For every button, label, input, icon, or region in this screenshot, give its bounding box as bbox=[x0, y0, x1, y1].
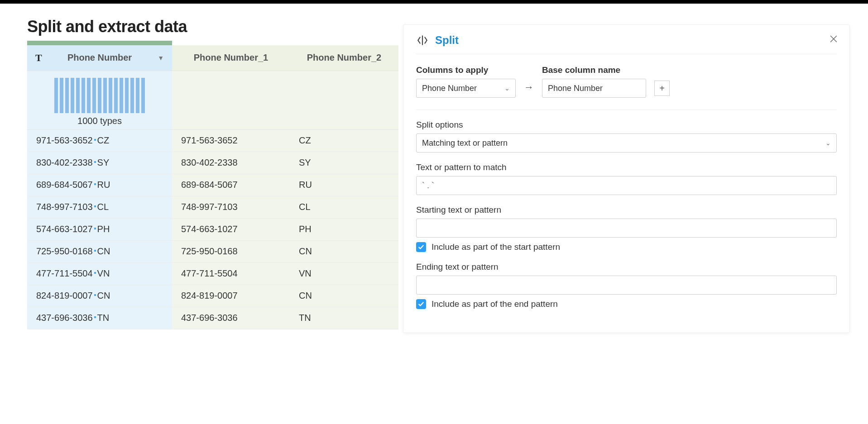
select-value: Phone Number bbox=[422, 84, 477, 93]
top-black-bar bbox=[0, 0, 868, 4]
chevron-down-icon: ⌄ bbox=[825, 139, 831, 147]
column-profile-row: 1000 types bbox=[27, 71, 398, 129]
chevron-down-icon: ⌄ bbox=[504, 85, 510, 92]
table-row: 725-950-0168CN 725-950-0168 CN bbox=[27, 240, 398, 262]
cell-split-cc[interactable]: TN bbox=[290, 307, 398, 329]
page-title: Split and extract data bbox=[27, 17, 398, 36]
cell-original[interactable]: 971-563-3652CZ bbox=[27, 129, 172, 152]
include-start-label: Include as part of the start pattern bbox=[432, 242, 560, 252]
cell-original[interactable]: 477-711-5504VN bbox=[27, 262, 172, 285]
table-row: 830-402-2338SY 830-402-2338 SY bbox=[27, 152, 398, 174]
split-delimiter-icon bbox=[94, 161, 96, 163]
cell-split-cc[interactable]: CL bbox=[290, 196, 398, 218]
column-profile-cell-empty bbox=[172, 71, 290, 129]
cell-cc: SY bbox=[97, 157, 110, 168]
cell-phone: 824-819-0007 bbox=[36, 291, 93, 301]
include-start-checkbox[interactable] bbox=[416, 242, 426, 252]
split-config-panel: Split Columns to apply Phone Number ⌄ → … bbox=[403, 24, 850, 333]
table-row: 437-696-3036TN 437-696-3036 TN bbox=[27, 307, 398, 329]
text-pattern-label: Text or pattern to match bbox=[416, 162, 837, 172]
input-value: ` . ` bbox=[422, 181, 434, 191]
cell-split-phone[interactable]: 477-711-5504 bbox=[172, 262, 290, 285]
column-header-phone-number[interactable]: T Phone Number ▼ bbox=[27, 45, 172, 71]
cell-split-phone[interactable]: 437-696-3036 bbox=[172, 307, 290, 329]
table-row: 689-684-5067RU 689-684-5067 RU bbox=[27, 174, 398, 196]
divider bbox=[416, 110, 837, 110]
columns-to-apply-select[interactable]: Phone Number ⌄ bbox=[416, 79, 516, 98]
text-pattern-input[interactable]: ` . ` bbox=[416, 176, 837, 195]
cell-cc: VN bbox=[97, 268, 110, 279]
chevron-down-icon[interactable]: ▼ bbox=[158, 54, 164, 62]
cell-split-cc[interactable]: CN bbox=[290, 285, 398, 307]
cell-split-cc[interactable]: PH bbox=[290, 218, 398, 240]
data-table: T Phone Number ▼ Phone Number_1 Phone Nu… bbox=[27, 45, 398, 329]
cell-split-phone[interactable]: 830-402-2338 bbox=[172, 152, 290, 174]
column-profile-cell-empty bbox=[290, 71, 398, 129]
split-options-label: Split options bbox=[416, 120, 837, 130]
arrow-right-icon: → bbox=[524, 81, 534, 98]
split-icon bbox=[416, 34, 429, 47]
cell-split-phone[interactable]: 689-684-5067 bbox=[172, 174, 290, 196]
cell-phone: 477-711-5504 bbox=[36, 268, 93, 279]
cell-cc: TN bbox=[97, 313, 110, 323]
split-delimiter-icon bbox=[94, 139, 96, 141]
selected-column-accent bbox=[27, 41, 172, 45]
cell-cc: CN bbox=[97, 291, 110, 301]
add-column-button[interactable]: + bbox=[654, 81, 670, 96]
cell-split-cc[interactable]: RU bbox=[290, 174, 398, 196]
columns-to-apply-label: Columns to apply bbox=[416, 65, 516, 75]
ending-text-input[interactable] bbox=[416, 276, 837, 295]
cell-original[interactable]: 824-819-0007CN bbox=[27, 285, 172, 307]
cell-cc: RU bbox=[97, 180, 110, 190]
split-delimiter-icon bbox=[94, 316, 96, 318]
cell-split-cc[interactable]: SY bbox=[290, 152, 398, 174]
cell-original[interactable]: 830-402-2338SY bbox=[27, 152, 172, 174]
split-options-select[interactable]: Matching text or pattern ⌄ bbox=[416, 133, 837, 152]
include-end-label: Include as part of the end pattern bbox=[432, 299, 558, 309]
cell-split-phone[interactable]: 824-819-0007 bbox=[172, 285, 290, 307]
column-profile-cell: 1000 types bbox=[27, 71, 172, 129]
cell-split-cc[interactable]: CZ bbox=[290, 129, 398, 152]
split-delimiter-icon bbox=[94, 294, 96, 296]
cell-original[interactable]: 748-997-7103CL bbox=[27, 196, 172, 218]
starting-text-label: Starting text or pattern bbox=[416, 205, 837, 215]
cell-cc: CL bbox=[97, 202, 109, 212]
close-button[interactable] bbox=[829, 34, 839, 45]
split-delimiter-icon bbox=[94, 228, 96, 229]
select-value: Matching text or pattern bbox=[422, 138, 508, 148]
column-header-phone-number-1[interactable]: Phone Number_1 bbox=[172, 45, 290, 71]
base-column-name-input[interactable]: Phone Number bbox=[542, 79, 646, 98]
cell-split-phone[interactable]: 574-663-1027 bbox=[172, 218, 290, 240]
cell-split-phone[interactable]: 971-563-3652 bbox=[172, 129, 290, 152]
base-column-name-label: Base column name bbox=[542, 65, 646, 75]
panel-header: Split bbox=[416, 34, 837, 54]
column-header-label: Phone Number_2 bbox=[307, 52, 381, 62]
cell-split-phone[interactable]: 748-997-7103 bbox=[172, 196, 290, 218]
column-header-label: Phone Number bbox=[67, 52, 132, 62]
cell-original[interactable]: 574-663-1027PH bbox=[27, 218, 172, 240]
cell-phone: 830-402-2338 bbox=[36, 157, 93, 168]
left-panel: Split and extract data T Phone Number ▼ … bbox=[27, 17, 398, 329]
cell-phone: 725-950-0168 bbox=[36, 246, 93, 257]
include-end-checkbox[interactable] bbox=[416, 299, 426, 309]
cell-phone: 971-563-3652 bbox=[36, 135, 93, 146]
cell-original[interactable]: 689-684-5067RU bbox=[27, 174, 172, 196]
cell-split-cc[interactable]: VN bbox=[290, 262, 398, 285]
table-row: 477-711-5504VN 477-711-5504 VN bbox=[27, 262, 398, 285]
starting-text-input[interactable] bbox=[416, 219, 837, 238]
column-header-label: Phone Number_1 bbox=[194, 52, 268, 62]
cell-cc: CZ bbox=[97, 135, 110, 146]
column-header-phone-number-2[interactable]: Phone Number_2 bbox=[290, 45, 398, 71]
cell-phone: 574-663-1027 bbox=[36, 224, 93, 234]
cell-phone: 437-696-3036 bbox=[36, 313, 93, 323]
cell-original[interactable]: 437-696-3036TN bbox=[27, 307, 172, 329]
ending-text-label: Ending text or pattern bbox=[416, 262, 837, 272]
cell-split-cc[interactable]: CN bbox=[290, 240, 398, 262]
cell-original[interactable]: 725-950-0168CN bbox=[27, 240, 172, 262]
distribution-bars-icon bbox=[27, 78, 172, 113]
table-row: 971-563-3652CZ 971-563-3652 CZ bbox=[27, 129, 398, 152]
table-row: 824-819-0007CN 824-819-0007 CN bbox=[27, 285, 398, 307]
panel-title: Split bbox=[435, 34, 459, 47]
cell-split-phone[interactable]: 725-950-0168 bbox=[172, 240, 290, 262]
split-delimiter-icon bbox=[94, 272, 96, 274]
